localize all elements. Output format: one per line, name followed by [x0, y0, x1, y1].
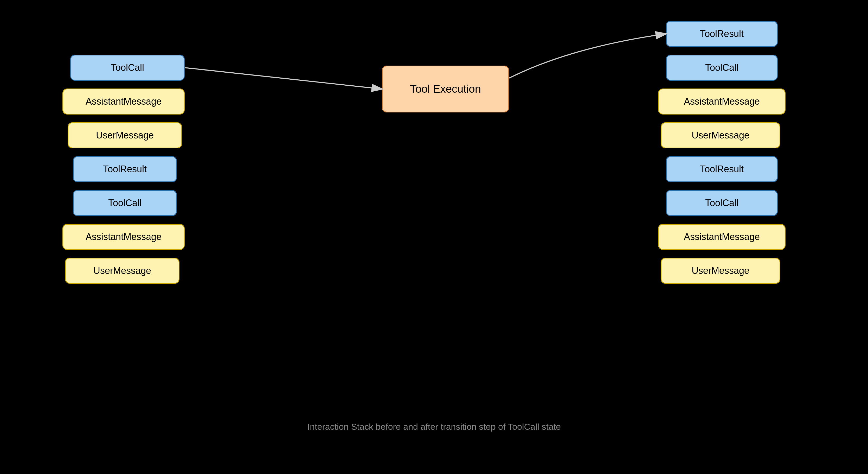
- diagram-caption: Interaction Stack before and after trans…: [278, 422, 590, 432]
- right-stack-item-6: AssistantMessage: [658, 224, 785, 250]
- left-stack-item-3: ToolResult: [73, 156, 177, 182]
- right-stack-item-1: ToolCall: [666, 55, 778, 81]
- svg-line-1: [185, 68, 382, 89]
- left-stack-item-4: ToolCall: [73, 190, 177, 216]
- right-stack-item-5: ToolCall: [666, 190, 778, 216]
- right-stack-item-0: ToolResult: [666, 21, 778, 47]
- left-stack-item-2: UserMessage: [68, 122, 182, 148]
- left-stack-item-0: ToolCall: [70, 55, 185, 81]
- right-stack-item-4: ToolResult: [666, 156, 778, 182]
- diagram: ToolCall AssistantMessage UserMessage To…: [0, 0, 868, 474]
- right-stack-item-3: UserMessage: [661, 122, 780, 148]
- left-stack-item-1: AssistantMessage: [62, 89, 185, 115]
- left-stack-item-6: UserMessage: [65, 258, 180, 284]
- right-stack-item-2: AssistantMessage: [658, 89, 785, 115]
- right-stack-item-7: UserMessage: [661, 258, 780, 284]
- tool-execution-box: Tool Execution: [382, 66, 509, 113]
- left-stack-item-5: AssistantMessage: [62, 224, 185, 250]
